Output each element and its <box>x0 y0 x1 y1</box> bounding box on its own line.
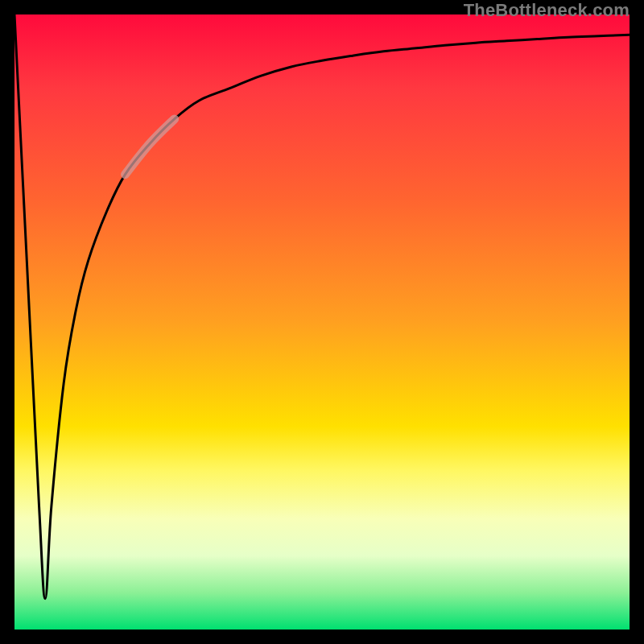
chart-container: TheBottleneck.com <box>0 0 644 644</box>
curve-highlight-segment <box>126 119 175 175</box>
bottleneck-curve <box>14 14 630 599</box>
curve-layer <box>14 14 630 630</box>
watermark-label: TheBottleneck.com <box>464 0 630 21</box>
plot-area <box>14 14 630 630</box>
